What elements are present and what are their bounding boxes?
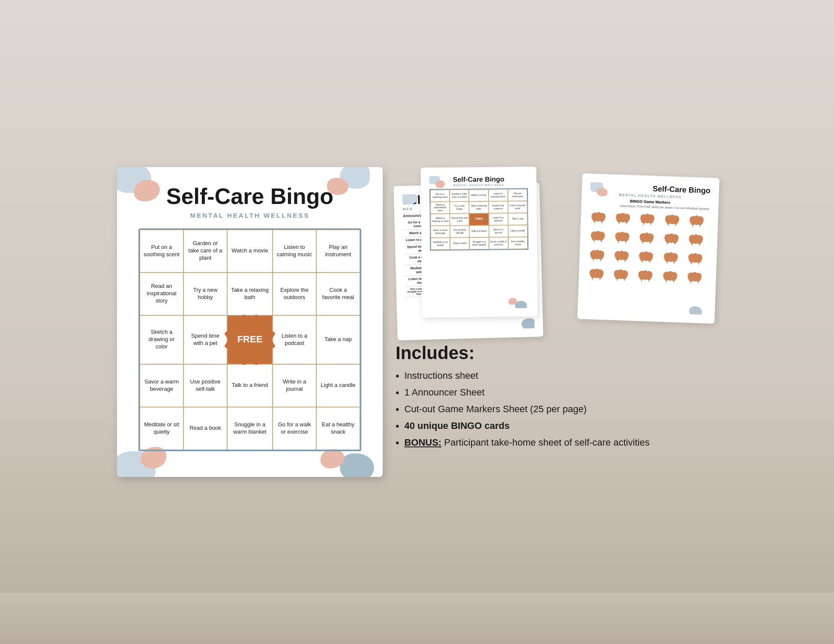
mini-bingo-cell: Explore the outdoors	[489, 201, 508, 213]
list-item: • Cut-out Game Markers Sheet (25 per pag…	[396, 404, 717, 416]
mini-bingo-cell: Listen to calming music	[489, 189, 508, 201]
brain-marker	[612, 267, 630, 284]
decor-blob	[340, 453, 374, 477]
brain-marker	[638, 212, 657, 228]
bingo-cell: Talk to a friend	[227, 364, 273, 407]
mini-bingo-card: Self-Care Bingo MENTAL HEALTH WELLNESS P…	[420, 167, 537, 318]
brain-marker	[662, 231, 681, 248]
mini-bingo-cell: Use positive self-talk	[450, 225, 469, 237]
bingo-cell: Go for a walk or exercise	[273, 407, 316, 450]
list-item: • BONUS: Participant take-home sheet of …	[396, 437, 717, 449]
bullet-icon: •	[396, 404, 399, 416]
brain-marker	[661, 250, 680, 267]
bingo-cell: Read an inspirational story	[140, 273, 183, 315]
decor-blob	[435, 180, 445, 188]
free-space-cell: FREE	[227, 315, 273, 364]
bingo-cell: Use positive self-talk	[183, 364, 227, 407]
bingo-grid: Put on a soothing scent Garden or take c…	[140, 230, 360, 450]
preview-stack: Self-Care Bingo MENTAL HEALTH WELLNESS B…	[396, 167, 717, 330]
list-item-text: Cut-out Game Markers Sheet (25 per page)	[404, 404, 587, 415]
bingo-cell: Savor a warm beverage	[140, 364, 183, 407]
brain-grid: // Will be rendered by JS below	[587, 210, 710, 287]
bingo-cell: Garden or take care of a plant	[183, 230, 227, 273]
mini-bingo-cell: Listen to a podcast	[489, 213, 508, 225]
free-label: FREE	[237, 333, 263, 346]
mini-bingo-cell: Play an instrument	[508, 189, 527, 201]
list-item: • 40 unique BINGO cards	[396, 420, 717, 433]
bingo-cell: Play an instrument	[316, 230, 360, 273]
decor-blob	[689, 306, 702, 315]
mini-bingo-cell: Try a new hobby	[450, 201, 469, 213]
starburst: FREE	[231, 321, 269, 359]
mini-bingo-cell: Spend time with a pet	[450, 213, 469, 225]
bingo-cell: Put on a soothing scent	[140, 230, 183, 273]
bullet-icon: •	[396, 370, 399, 383]
bullet-icon: •	[396, 437, 399, 449]
brain-marker	[687, 232, 705, 249]
brain-marker	[588, 248, 606, 264]
brain-marker	[685, 270, 704, 286]
mini-bingo-cell: Read an inspirational story	[430, 202, 450, 214]
mini-bingo-cell: Savor a warm beverage	[431, 226, 450, 238]
brain-marker	[589, 210, 608, 227]
bingo-cell: Try a new hobby	[183, 273, 227, 315]
brain-marker	[587, 266, 606, 283]
right-panel: Self-Care Bingo MENTAL HEALTH WELLNESS B…	[396, 167, 717, 458]
mini-bingo-cell: Snuggle in a warm blanket	[469, 237, 489, 249]
list-item: • 1 Announcer Sheet	[396, 387, 717, 399]
list-item-text: Instructions sheet	[404, 370, 478, 381]
main-bingo-card: Self-Care Bingo MENTAL HEALTH WELLNESS P…	[117, 167, 383, 476]
mini-bingo-grid: Put on a soothing scentGarden or take ca…	[429, 188, 528, 251]
decor-blob	[522, 318, 535, 331]
bingo-cell: Snuggle in a warm blanket	[227, 407, 273, 450]
mini-bingo-cell: Cook a favorite meal	[508, 201, 527, 213]
brain-markers-card: Self-Care Bingo MENTAL HEALTH WELLNESS B…	[577, 174, 720, 324]
brain-marker	[638, 231, 656, 247]
brain-marker	[637, 249, 655, 266]
includes-section: Includes: • Instructions sheet • 1 Annou…	[396, 338, 717, 458]
bingo-cell: Explore the outdoors	[273, 273, 316, 315]
bingo-cell: Take a relaxing bath	[227, 273, 273, 315]
brain-marker	[686, 251, 704, 268]
bingo-cell: Listen to calming music	[273, 230, 316, 273]
bingo-cell: Meditate or sit quietly	[140, 407, 183, 450]
brain-marker	[613, 230, 631, 246]
brain-marker	[687, 213, 705, 230]
list-item: • Instructions sheet	[396, 370, 717, 383]
brain-marker	[614, 211, 632, 228]
bingo-cell: Sketch a drawing or color	[140, 315, 183, 364]
list-item-text: 1 Announcer Sheet	[404, 387, 484, 398]
includes-list: • Instructions sheet • 1 Announcer Sheet…	[396, 370, 717, 449]
brain-marker	[588, 229, 607, 246]
includes-title: Includes:	[396, 343, 717, 363]
card-subtitle: MENTAL HEALTH WELLNESS	[138, 212, 361, 219]
bingo-cell: Watch a movie	[227, 230, 273, 273]
mini-bingo-cell: Put on a soothing scent	[430, 190, 450, 202]
bullet-icon: •	[396, 420, 399, 433]
brain-marker	[661, 269, 679, 285]
mini-bingo-cell: Sketch a drawing or color	[430, 214, 450, 226]
mini-bingo-cell: Read a book	[450, 237, 469, 249]
bingo-cell: Light a candle	[316, 364, 360, 407]
bullet-icon: •	[396, 387, 399, 399]
mini-bingo-cell: Take a relaxing bath	[469, 201, 489, 213]
bingo-cell: Take a nap	[316, 315, 360, 364]
mini-bingo-cell: Light a candle	[508, 225, 527, 237]
bingo-cell: Cook a favorite meal	[316, 273, 360, 315]
bingo-cell: Write in a journal	[273, 364, 316, 407]
page-wrapper: Self-Care Bingo MENTAL HEALTH WELLNESS P…	[117, 167, 717, 476]
bingo-grid-wrapper: Put on a soothing scent Garden or take c…	[138, 228, 361, 451]
brain-marker	[612, 249, 631, 265]
bingo-cell: Listen to a podcast	[273, 315, 316, 364]
card-title: Self-Care Bingo	[138, 184, 361, 209]
bingo-cell: Spend time with a pet	[183, 315, 227, 364]
bingo-cell: Read a book	[183, 407, 227, 450]
mini-bingo-cell: FREE	[469, 213, 489, 225]
bingo-cell: Eat a healthy snack	[316, 407, 360, 450]
brain-marker	[636, 268, 654, 285]
mini-bingo-cell: Write in a journal	[489, 225, 508, 237]
list-item-text-bonus: BONUS: Participant take-home sheet of se…	[404, 437, 649, 448]
mini-bingo-cell: Go for a walk or exercise	[489, 237, 508, 249]
brain-marker	[663, 213, 681, 229]
mini-bingo-cell: Meditate or sit quietly	[431, 238, 450, 250]
